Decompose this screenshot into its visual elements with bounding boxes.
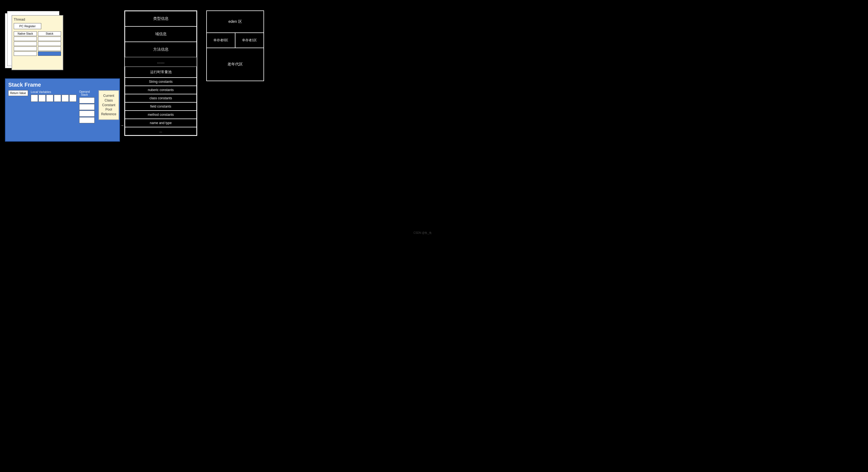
sf-inner: Return Value Local Varlables OperandStac… <box>8 90 117 123</box>
ma-runtime-pool: 运行时常量池 <box>125 67 197 77</box>
statck-row-4 <box>38 52 61 56</box>
statck-label: Statck <box>38 31 61 36</box>
operand-stack-cells <box>79 97 95 123</box>
ma-type-info: 类型信息 <box>125 11 197 26</box>
lv-cell-3 <box>46 95 53 102</box>
heap-survivor1: 幸存者1区 <box>236 33 264 48</box>
native-row-4 <box>14 52 37 56</box>
method-area: 类型信息 域信息 方法信息 ...... 运行时常量池 String const… <box>124 10 197 136</box>
statck-col: Statck <box>38 31 61 56</box>
lv-cell-1 <box>31 95 38 102</box>
statck-row-2 <box>38 41 61 46</box>
os-cell-2 <box>79 104 95 110</box>
native-stack-col: Native Stack <box>14 31 37 56</box>
operand-stack-label: OperandStack <box>79 90 90 96</box>
stack-frame-label: Stack Frame <box>8 82 117 88</box>
lv-cell-2 <box>38 95 45 102</box>
thread-box: Thread PC Register Native Stack Statck <box>11 15 63 70</box>
stacks-row: Native Stack Statck <box>14 31 61 56</box>
native-stack-label: Native Stack <box>14 31 37 36</box>
lv-cell-5 <box>62 95 69 102</box>
heap-area: eden 区 幸存者0区 幸存者1区 老年代区 <box>206 10 264 81</box>
ma-string-constants: String constants <box>125 77 197 86</box>
return-value: Return Value <box>8 90 28 96</box>
arrow-to-method: → <box>120 123 124 128</box>
os-cell-3 <box>79 111 95 117</box>
native-row-1 <box>14 37 37 41</box>
heap-survivors: 幸存者0区 幸存者1区 <box>207 33 264 48</box>
os-cell-1 <box>79 97 95 103</box>
operand-area: OperandStack <box>79 90 95 123</box>
current-class-box: Current ClassConstant PoolReference <box>98 90 119 120</box>
ma-dots: ...... <box>125 57 197 67</box>
ma-numeric-constants: nuberic constants <box>125 86 197 94</box>
stack-frame: Stack Frame Return Value Local Varlables… <box>5 78 120 141</box>
ma-ellipsis: ... <box>125 127 197 135</box>
watermark: CSDN @鱼_鱼 <box>413 231 432 235</box>
ma-method-info: 方法信息 <box>125 42 197 57</box>
statck-row-3 <box>38 46 61 51</box>
lv-cell-6 <box>69 95 76 102</box>
local-vars-label: Local Varlables <box>31 90 76 94</box>
local-vars-area: Local Varlables <box>31 90 76 102</box>
ma-name-and-type: name and type <box>125 119 197 127</box>
current-class-label: Current ClassConstant PoolReference <box>101 94 116 117</box>
local-vars-cells <box>31 95 76 102</box>
native-row-3 <box>14 46 37 51</box>
native-row-2 <box>14 41 37 46</box>
heap-old: 老年代区 <box>207 48 264 81</box>
thread-label: Thread <box>14 17 61 22</box>
ma-domain-info: 域信息 <box>125 26 197 42</box>
heap-eden: eden 区 <box>207 11 264 33</box>
diagram: Thread PC Register Native Stack Statck S… <box>0 0 434 236</box>
ma-method-constants: method constants <box>125 111 197 119</box>
os-cell-4 <box>79 117 95 123</box>
pc-register: PC Register <box>14 23 41 29</box>
ma-class-constants: class constants <box>125 94 197 102</box>
statck-row-1 <box>38 37 61 41</box>
heap-survivor0: 幸存者0区 <box>207 33 235 48</box>
ma-field-constants: field constants <box>125 102 197 111</box>
lv-cell-4 <box>54 95 61 102</box>
